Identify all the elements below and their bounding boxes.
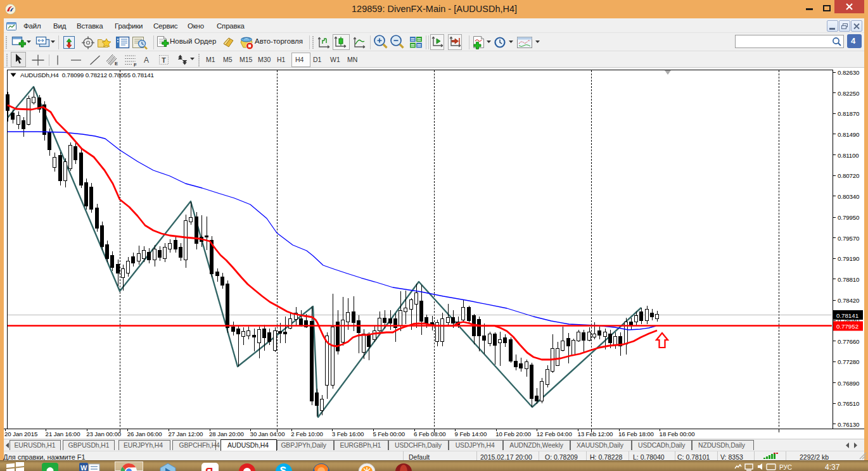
svg-text:Я: Я [205,466,213,471]
svg-text:0.82630: 0.82630 [838,69,860,76]
svg-text:2 Feb 10:00: 2 Feb 10:00 [291,430,323,437]
svg-text:21 Jan 16:00: 21 Jan 16:00 [46,430,81,437]
svg-text:0.79190: 0.79190 [838,255,860,262]
svg-text:27 Jan 12:00: 27 Jan 12:00 [168,430,203,437]
svg-text:16 Feb 18:00: 16 Feb 18:00 [618,430,654,437]
svg-text:0.77660: 0.77660 [838,338,860,345]
svg-text:0.76130: 0.76130 [838,421,860,428]
svg-text:0.81870: 0.81870 [838,110,860,117]
svg-text:5 Feb 00:00: 5 Feb 00:00 [373,430,405,437]
svg-text:23 Jan 00:00: 23 Jan 00:00 [86,430,122,437]
svg-text:0.79570: 0.79570 [838,235,860,242]
svg-text:20 Jan 2015: 20 Jan 2015 [4,430,37,437]
svg-text:РУС: РУС [779,464,792,471]
svg-text:0.78141: 0.78141 [836,312,858,319]
svg-text:26 Jan 06:00: 26 Jan 06:00 [127,430,163,437]
svg-text:0.78420: 0.78420 [838,297,860,304]
svg-text:12 Feb 04:00: 12 Feb 04:00 [537,430,573,437]
svg-text:0.80340: 0.80340 [838,193,860,200]
svg-text:28 Jan 20:00: 28 Jan 20:00 [209,430,245,437]
svg-text:10 Feb 20:00: 10 Feb 20:00 [495,430,532,437]
svg-text:0.79950: 0.79950 [838,214,860,221]
svg-text:6 Feb 08:00: 6 Feb 08:00 [414,430,446,437]
svg-text:0.76510: 0.76510 [838,400,860,407]
svg-text:18 Feb 00:00: 18 Feb 00:00 [660,430,696,437]
svg-text:13 Feb 12:00: 13 Feb 12:00 [577,430,613,437]
svg-text:0.78810: 0.78810 [838,276,860,283]
svg-text:AUDUSDh,H4 0.78099 0.78212 0.: AUDUSDh,H4 0.78099 0.78212 0.78055 0.781… [20,72,154,78]
svg-text:E: E [115,61,118,66]
svg-text:W: W [80,464,87,471]
svg-text:0.77952: 0.77952 [836,323,858,330]
svg-text:30 Jan 04:00: 30 Jan 04:00 [250,430,286,437]
svg-text:3 Feb 16:00: 3 Feb 16:00 [332,430,364,437]
svg-text:T: T [162,56,166,64]
svg-text:F: F [134,62,137,67]
svg-text:9 Feb 14:00: 9 Feb 14:00 [455,430,487,437]
svg-text:0.81490: 0.81490 [838,131,860,138]
svg-text:0.76890: 0.76890 [838,380,860,387]
svg-text:0.82250: 0.82250 [838,90,860,97]
svg-text:0.80720: 0.80720 [838,172,860,179]
svg-text:0.81100: 0.81100 [838,152,859,159]
svg-text:0.77280: 0.77280 [838,358,860,365]
